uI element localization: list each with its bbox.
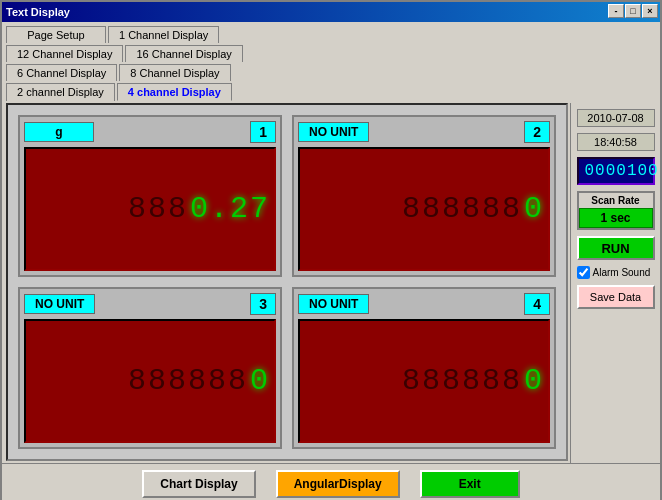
save-data-button[interactable]: Save Data bbox=[577, 285, 655, 309]
angular-display-button[interactable]: AngularDisplay bbox=[276, 470, 400, 498]
channel-2-unit: NO UNIT bbox=[298, 122, 369, 142]
channel-4-dim: 888888 bbox=[402, 364, 522, 398]
title-bar: Text Display - □ × bbox=[2, 2, 660, 22]
bottom-bar: Chart Display AngularDisplay Exit bbox=[2, 463, 660, 500]
main-area: LEGATOOL LEGATOOL LEGATOOL LEGATOOL LEGA… bbox=[2, 103, 660, 463]
channel-1-display: 888 0.27 bbox=[24, 147, 276, 271]
minimize-button[interactable]: - bbox=[608, 4, 624, 18]
tab-page-setup[interactable]: Page Setup bbox=[6, 26, 106, 43]
tab-6-channel[interactable]: 6 Channel Display bbox=[6, 64, 117, 81]
channel-4-num: 4 bbox=[524, 293, 550, 315]
channel-1-num: 1 bbox=[250, 121, 276, 143]
maximize-button[interactable]: □ bbox=[625, 4, 641, 18]
tabs-row-4: 2 channel Display 4 channel Display bbox=[6, 83, 656, 101]
content-panel: LEGATOOL LEGATOOL LEGATOOL LEGATOOL LEGA… bbox=[6, 103, 568, 461]
scan-rate-label: Scan Rate bbox=[579, 193, 653, 208]
counter-display: 0000100 bbox=[577, 157, 655, 185]
channel-1-header: g 1 bbox=[24, 121, 276, 143]
close-button[interactable]: × bbox=[642, 4, 658, 18]
tabs-row-3: 6 Channel Display 8 Channel Display bbox=[6, 64, 656, 81]
channel-2-dim: 888888 bbox=[402, 192, 522, 226]
window-title: Text Display bbox=[6, 6, 70, 18]
channel-2-num: 2 bbox=[524, 121, 550, 143]
tab-4-channel[interactable]: 4 channel Display bbox=[117, 83, 232, 101]
channel-4-display: 888888 0 bbox=[298, 319, 550, 443]
run-button[interactable]: RUN bbox=[577, 236, 655, 260]
main-window: Text Display - □ × Page Setup 1 Channel … bbox=[0, 0, 662, 500]
channel-2-display: 888888 0 bbox=[298, 147, 550, 271]
tabs-row-2: 12 Channel Display 16 Channel Display bbox=[6, 45, 656, 62]
tab-2-channel[interactable]: 2 channel Display bbox=[6, 83, 115, 101]
channel-2-value: 0 bbox=[524, 192, 544, 226]
channel-3-display: 888888 0 bbox=[24, 319, 276, 443]
tab-16-channel[interactable]: 16 Channel Display bbox=[125, 45, 242, 62]
channel-4-box: NO UNIT 4 888888 0 bbox=[292, 287, 556, 449]
channel-1-value: 0.27 bbox=[190, 192, 270, 226]
channel-4-value: 0 bbox=[524, 364, 544, 398]
channel-3-box: NO UNIT 3 888888 0 bbox=[18, 287, 282, 449]
exit-button[interactable]: Exit bbox=[420, 470, 520, 498]
tab-8-channel[interactable]: 8 Channel Display bbox=[119, 64, 230, 81]
tabs-area: Page Setup 1 Channel Display 12 Channel … bbox=[2, 22, 660, 101]
channel-4-unit: NO UNIT bbox=[298, 294, 369, 314]
channel-3-unit: NO UNIT bbox=[24, 294, 95, 314]
channel-1-dim: 888 bbox=[128, 192, 188, 226]
chart-display-button[interactable]: Chart Display bbox=[142, 470, 255, 498]
channel-4-header: NO UNIT 4 bbox=[298, 293, 550, 315]
tab-1-channel[interactable]: 1 Channel Display bbox=[108, 26, 219, 43]
channel-3-value: 0 bbox=[250, 364, 270, 398]
right-panel: 2010-07-08 18:40:58 0000100 Scan Rate 1 … bbox=[570, 103, 660, 463]
channel-3-dim: 888888 bbox=[128, 364, 248, 398]
tab-12-channel[interactable]: 12 Channel Display bbox=[6, 45, 123, 62]
tabs-row-1: Page Setup 1 Channel Display bbox=[6, 26, 656, 43]
alarm-sound-container: Alarm Sound bbox=[577, 266, 655, 279]
alarm-sound-checkbox[interactable] bbox=[577, 266, 590, 279]
time-display: 18:40:58 bbox=[577, 133, 655, 151]
title-bar-buttons: - □ × bbox=[608, 4, 658, 18]
channel-3-num: 3 bbox=[250, 293, 276, 315]
channel-1-unit: g bbox=[24, 122, 94, 142]
date-display: 2010-07-08 bbox=[577, 109, 655, 127]
channel-3-header: NO UNIT 3 bbox=[24, 293, 276, 315]
alarm-sound-label: Alarm Sound bbox=[593, 267, 651, 278]
scan-rate-value: 1 sec bbox=[579, 208, 653, 228]
channel-2-box: NO UNIT 2 888888 0 bbox=[292, 115, 556, 277]
scan-rate-box: Scan Rate 1 sec bbox=[577, 191, 655, 230]
channel-1-box: g 1 888 0.27 bbox=[18, 115, 282, 277]
channels-grid: g 1 888 0.27 NO UNIT 2 888888 bbox=[18, 115, 556, 449]
channel-2-header: NO UNIT 2 bbox=[298, 121, 550, 143]
